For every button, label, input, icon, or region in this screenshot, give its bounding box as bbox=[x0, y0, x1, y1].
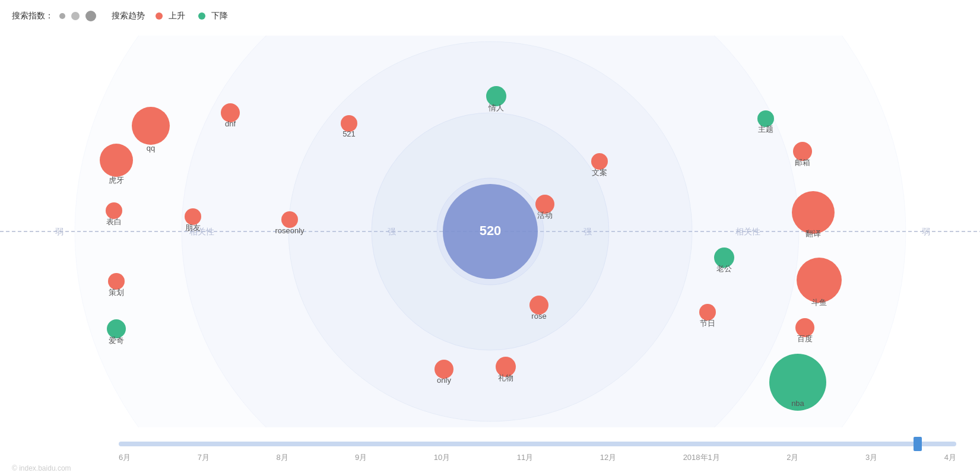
legend-dot-md bbox=[71, 12, 80, 20]
label-jieri: 节日 bbox=[700, 319, 715, 328]
label-chuhua: 策划 bbox=[109, 288, 124, 297]
bubble-wenfang[interactable] bbox=[591, 153, 608, 170]
bubble-roseonly[interactable] bbox=[281, 211, 298, 228]
tl-12: 12月 bbox=[600, 452, 616, 463]
tl-3: 3月 bbox=[865, 452, 877, 463]
tl-11: 11月 bbox=[517, 452, 533, 463]
legend-down-label: 下降 bbox=[211, 11, 228, 21]
legend-up-label: 上升 bbox=[169, 11, 185, 21]
bubble-pengyou[interactable] bbox=[185, 208, 201, 225]
trend-title: 搜索趋势 bbox=[112, 11, 145, 21]
tl-4: 4月 bbox=[944, 452, 956, 463]
timeline-bar[interactable] bbox=[119, 442, 956, 446]
bubble-biaobai[interactable] bbox=[106, 202, 122, 219]
bubble-jieri[interactable] bbox=[699, 304, 716, 320]
label-zhuti: 主题 bbox=[758, 125, 773, 134]
label-dnf: dnf bbox=[225, 119, 236, 128]
label-biaobai: 表白 bbox=[106, 217, 122, 226]
tl-8: 8月 bbox=[276, 452, 288, 463]
label-huya: 虎牙 bbox=[109, 176, 124, 185]
label-qingren: 情人 bbox=[488, 103, 504, 112]
label-baidu: 百度 bbox=[797, 334, 813, 343]
label-huodong: 活动 bbox=[537, 211, 553, 220]
label-liwu: 礼物 bbox=[498, 373, 513, 382]
legend-up-dot bbox=[156, 12, 163, 20]
tl-7: 7月 bbox=[198, 452, 210, 463]
watermark: © index.baidu.com bbox=[12, 464, 71, 472]
label-roseonly: roseonly bbox=[275, 226, 305, 235]
timeline-container bbox=[119, 442, 956, 446]
label-521: 521 bbox=[342, 129, 356, 138]
label-laogong: 老公 bbox=[716, 264, 732, 273]
label-wenfang: 文案 bbox=[592, 168, 607, 177]
label-qq: qq bbox=[147, 144, 155, 153]
bubble-douyu[interactable] bbox=[797, 258, 842, 303]
label-fanyi: 翻译 bbox=[805, 229, 821, 238]
tl-10: 10月 bbox=[434, 452, 450, 463]
bubble-qq[interactable] bbox=[132, 107, 170, 145]
bubble-chuhua[interactable] bbox=[108, 273, 125, 290]
tl-6: 6月 bbox=[119, 452, 131, 463]
tl-2018-1: 2018年1月 bbox=[683, 452, 720, 463]
label-nba: nba bbox=[791, 399, 804, 408]
bubble-fanyi[interactable] bbox=[792, 191, 835, 234]
legend-down-dot bbox=[198, 12, 205, 20]
label-aiqiyi: 爱奇 bbox=[109, 336, 124, 345]
legend-title: 搜索指数： bbox=[12, 11, 53, 21]
label-pengyou: 朋友 bbox=[185, 223, 201, 232]
chart-area: 弱 相关性 强 强 相关性 弱 520 qq 虎牙 表白 朋友 roseonly… bbox=[0, 36, 980, 427]
timeline-indicator[interactable] bbox=[914, 437, 922, 451]
label-douyu: 斗鱼 bbox=[811, 298, 827, 307]
legend-dot-sm bbox=[59, 13, 65, 19]
right-weak-label: 弱 bbox=[922, 227, 930, 236]
bubble-huya[interactable] bbox=[100, 144, 133, 177]
timeline-labels: 6月 7月 8月 9月 10月 11月 12月 2018年1月 2月 3月 4月 bbox=[119, 452, 956, 463]
label-only: only bbox=[437, 376, 451, 385]
legend-dot-lg bbox=[85, 11, 96, 21]
legend: 搜索指数： 搜索趋势 上升 下降 bbox=[12, 11, 228, 21]
center-bubble-label: 520 bbox=[480, 223, 502, 238]
label-youxiang: 邮箱 bbox=[795, 158, 810, 167]
label-rose: rose bbox=[531, 312, 546, 320]
tl-9: 9月 bbox=[355, 452, 367, 463]
left-weak-label: 弱 bbox=[55, 227, 64, 236]
tl-2: 2月 bbox=[786, 452, 798, 463]
